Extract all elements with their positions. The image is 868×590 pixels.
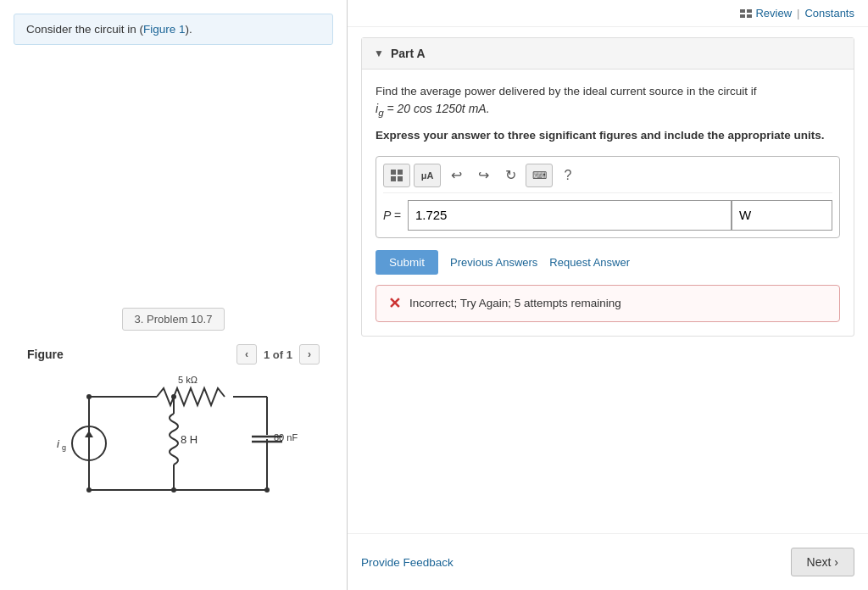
svg-rect-32 — [398, 176, 403, 181]
svg-rect-31 — [391, 176, 396, 181]
svg-text:g: g — [62, 443, 66, 452]
svg-point-23 — [264, 487, 270, 493]
instruction-text: Express your answer to three significant… — [376, 127, 840, 144]
question-line1: Find the average power delivered by the … — [376, 85, 757, 97]
answer-toolbar: μA ↩ ↪ ↻ ⌨ ? — [383, 164, 832, 193]
svg-rect-28 — [747, 14, 752, 18]
feedback-box: ✕ Incorrect; Try Again; 5 attempts remai… — [376, 285, 840, 322]
help-btn[interactable]: ? — [556, 164, 580, 187]
provide-feedback-link[interactable]: Provide Feedback — [361, 556, 453, 569]
question-text: Find the average power delivered by the … — [376, 83, 840, 120]
figure-title: Figure — [27, 348, 64, 361]
answer-box: μA ↩ ↪ ↻ ⌨ ? P = — [376, 156, 840, 238]
svg-text:5 kΩ: 5 kΩ — [178, 375, 198, 385]
bottom-bar: Provide Feedback Next › — [348, 533, 868, 590]
separator: | — [797, 7, 799, 19]
buttons-row: Submit Previous Answers Request Answer — [376, 250, 840, 275]
top-bar: Review | Constants — [348, 0, 868, 27]
left-panel: Consider the circuit in (Figure 1). 3. P… — [0, 0, 348, 590]
submit-button[interactable]: Submit — [376, 250, 438, 275]
problem-label: 3. Problem 10.7 — [122, 308, 225, 331]
part-a-label: Part A — [391, 47, 426, 60]
answer-value-input[interactable] — [408, 200, 731, 231]
undo-btn[interactable]: ↩ — [444, 164, 468, 187]
figure-pagination: 1 of 1 — [264, 348, 292, 361]
matrix-btn[interactable] — [383, 164, 410, 187]
circuit-diagram: 5 kΩ i g — [30, 371, 318, 507]
right-panel: Review | Constants ▼ Part A Find the ave… — [348, 0, 868, 590]
svg-text:80 nF: 80 nF — [274, 432, 298, 442]
figure-link[interactable]: Figure 1 — [143, 23, 186, 36]
figure-header: Figure ‹ 1 of 1 › — [27, 344, 320, 365]
prev-figure-btn[interactable]: ‹ — [236, 344, 257, 365]
refresh-btn[interactable]: ↻ — [498, 164, 522, 187]
next-figure-btn[interactable]: › — [299, 344, 320, 365]
figure-close: ). — [186, 23, 192, 36]
svg-text:8 H: 8 H — [181, 433, 198, 446]
part-content: Find the average power delivered by the … — [362, 70, 854, 336]
feedback-text: Incorrect; Try Again; 5 attempts remaini… — [409, 297, 621, 309]
next-label: Next — [807, 555, 832, 569]
request-answer-btn[interactable]: Request Answer — [549, 256, 630, 269]
part-arrow: ▼ — [374, 47, 384, 59]
answer-input-row: P = — [383, 200, 832, 231]
next-button[interactable]: Next › — [791, 548, 854, 576]
svg-rect-26 — [747, 9, 752, 13]
svg-marker-9 — [85, 431, 93, 437]
svg-point-13 — [86, 487, 92, 493]
review-link[interactable]: Review — [755, 7, 792, 19]
equation-text: ig = 20 cos 1250t mA. — [376, 102, 490, 115]
constants-link[interactable]: Constants — [804, 7, 854, 19]
svg-rect-30 — [398, 170, 403, 175]
keyboard-btn[interactable]: ⌨ — [526, 164, 553, 187]
figure-nav: ‹ 1 of 1 › — [236, 344, 320, 365]
svg-text:i: i — [57, 437, 60, 450]
figure-section: Figure ‹ 1 of 1 › — [14, 344, 333, 507]
svg-point-12 — [86, 394, 92, 399]
units-btn[interactable]: μA — [414, 164, 441, 187]
part-section: ▼ Part A Find the average power delivere… — [361, 37, 854, 337]
svg-point-17 — [171, 487, 176, 493]
review-icon — [740, 9, 752, 18]
next-arrow-icon: › — [834, 555, 838, 569]
svg-rect-25 — [740, 9, 745, 13]
answer-unit-input[interactable] — [731, 200, 832, 231]
feedback-x-icon: ✕ — [388, 294, 401, 313]
answer-label: P = — [383, 209, 401, 222]
redo-btn[interactable]: ↪ — [471, 164, 495, 187]
svg-rect-29 — [391, 170, 396, 175]
problem-desc-text: Consider the circuit in ( — [26, 23, 143, 36]
svg-rect-27 — [740, 14, 745, 18]
problem-description: Consider the circuit in (Figure 1). — [14, 14, 333, 45]
previous-answers-btn[interactable]: Previous Answers — [450, 256, 537, 269]
part-header: ▼ Part A — [362, 38, 854, 70]
